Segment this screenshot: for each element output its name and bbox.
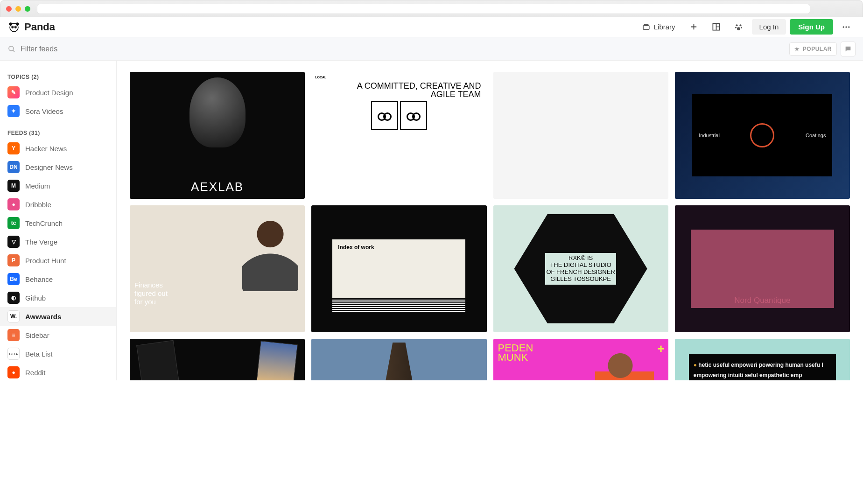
svg-point-6 xyxy=(15,26,16,27)
sidebar-item-label: Beta List xyxy=(25,350,52,358)
thumbnail-card[interactable]: PEDEN MUNK + xyxy=(493,339,668,380)
library-button[interactable]: Library xyxy=(637,23,681,31)
maximize-window-button[interactable] xyxy=(25,6,30,12)
sidebar-item-techcrunch[interactable]: tcTechCrunch xyxy=(0,214,116,232)
close-window-button[interactable] xyxy=(6,6,12,12)
filter-input[interactable] xyxy=(21,45,789,53)
svg-point-2 xyxy=(16,22,19,26)
sidebar-item-label: Hacker News xyxy=(25,145,67,153)
filter-bar: ★ POPULAR xyxy=(0,37,863,61)
topic-icon: ✦ xyxy=(7,105,20,117)
svg-point-12 xyxy=(741,27,742,28)
panda-logo-icon xyxy=(7,21,21,34)
sidebar-item-awwwards[interactable]: W.Awwwards xyxy=(0,307,116,326)
sidebar-item-product-design[interactable]: ✎Product Design xyxy=(0,83,116,102)
search-icon xyxy=(7,45,16,53)
thumbnail-card[interactable]: IndustrialCoatings xyxy=(675,72,850,199)
svg-point-4 xyxy=(14,26,17,28)
sidebar-item-beta-list[interactable]: BETABeta List xyxy=(0,344,116,363)
thumbnail-card[interactable]: NIGHT xyxy=(130,339,305,380)
sidebar-item-hacker-news[interactable]: YHacker News xyxy=(0,139,116,158)
url-bar[interactable] xyxy=(37,4,810,14)
card-label: Coatings xyxy=(806,133,826,138)
sidebar-item-label: Behance xyxy=(25,275,53,283)
thumbnail-card[interactable] xyxy=(493,72,668,199)
feed-icon: W. xyxy=(7,310,20,322)
sidebar-item-dribbble[interactable]: ●Dribbble xyxy=(0,195,116,214)
card-title: A COMMITTED, CREATIVE AND AGILE TEAM xyxy=(337,82,481,98)
sidebar-item-product-hunt[interactable]: PProduct Hunt xyxy=(0,251,116,270)
svg-rect-7 xyxy=(643,26,649,30)
content: AEXLAB LOCAL A COMMITTED, CREATIVE AND A… xyxy=(117,61,863,380)
topic-icon: ✎ xyxy=(7,86,20,98)
thumbnail-card[interactable]: hetic useful empoweri powering human use… xyxy=(675,339,850,380)
sidebar-item-label: Medium xyxy=(25,182,50,190)
paw-button[interactable] xyxy=(730,18,748,36)
feed-icon: P xyxy=(7,254,20,266)
card-text: hetic useful empoweri powering human use… xyxy=(689,354,836,380)
traffic-lights xyxy=(6,6,30,12)
sidebar-item-the-verge[interactable]: ▽The Verge xyxy=(0,232,116,251)
thumbnail-card[interactable]: LOCAL A COMMITTED, CREATIVE AND AGILE TE… xyxy=(311,72,486,199)
signup-button[interactable]: Sign Up xyxy=(790,19,833,35)
filter-input-wrap xyxy=(7,45,789,53)
sidebar-item-label: Sora Videos xyxy=(25,107,63,115)
more-button[interactable] xyxy=(837,18,856,36)
top-actions: Library Log In Sign Up xyxy=(637,18,856,36)
login-button[interactable]: Log In xyxy=(752,19,786,35)
sidebar-item-sora-videos[interactable]: ✦Sora Videos xyxy=(0,102,116,120)
chat-button[interactable] xyxy=(841,42,856,56)
thumbnail-card[interactable]: Nord Quantique xyxy=(675,205,850,332)
sidebar-item-label: Github xyxy=(25,294,46,302)
svg-point-14 xyxy=(843,26,844,28)
card-title: AEXLAB xyxy=(191,180,244,194)
thumbnail-card[interactable]: Index of work xyxy=(311,205,486,332)
feed-icon: ◐ xyxy=(7,292,20,304)
svg-point-15 xyxy=(845,26,847,28)
thumbnail-card[interactable]: Finances figured out for you xyxy=(130,205,305,332)
card-title: Finances figured out for you xyxy=(134,281,168,306)
svg-point-10 xyxy=(740,24,742,26)
card-title: RXK© IS THE DIGITAL STUDIO OF FRENCH DES… xyxy=(545,253,616,285)
card-label: Industrial xyxy=(699,133,720,138)
sidebar-item-reddit[interactable]: ●Reddit xyxy=(0,363,116,380)
feed-icon: ● xyxy=(7,366,20,378)
sidebar-item-label: Awwwards xyxy=(25,313,61,321)
sidebar-item-label: Dribbble xyxy=(25,201,51,209)
sidebar-item-label: Reddit xyxy=(25,369,45,377)
card-title: Nord Quantique xyxy=(734,296,790,305)
thumbnail-card[interactable]: A MODERN HEIRLOOM xyxy=(311,339,486,380)
popular-label: POPULAR xyxy=(803,46,832,52)
sidebar-item-label: Product Design xyxy=(25,89,73,97)
popular-button[interactable]: ★ POPULAR xyxy=(789,42,837,56)
feed-icon: Bē xyxy=(7,273,20,285)
feed-icon: M xyxy=(7,180,20,192)
thumbnail-card[interactable]: AEXLAB xyxy=(130,72,305,199)
sidebar-item-behance[interactable]: BēBehance xyxy=(0,270,116,288)
minimize-window-button[interactable] xyxy=(15,6,21,12)
sidebar-item-label: Designer News xyxy=(25,163,73,171)
feed-icon: Y xyxy=(7,142,20,154)
layout-button[interactable] xyxy=(707,18,726,36)
feed-icon: tc xyxy=(7,217,20,229)
thumbnail-grid: AEXLAB LOCAL A COMMITTED, CREATIVE AND A… xyxy=(130,72,850,380)
main: TOPICS (2) ✎Product Design✦Sora Videos F… xyxy=(0,61,863,380)
sidebar-item-designer-news[interactable]: DNDesigner News xyxy=(0,158,116,176)
sidebar-item-label: TechCrunch xyxy=(25,219,63,227)
thumbnail-card[interactable]: RXK© IS THE DIGITAL STUDIO OF FRENCH DES… xyxy=(493,205,668,332)
topics-header: TOPICS (2) xyxy=(0,71,116,83)
sidebar-item-medium[interactable]: MMedium xyxy=(0,176,116,195)
sidebar-item-label: Product Hunt xyxy=(25,257,66,265)
brand[interactable]: Panda xyxy=(7,21,55,34)
feeds-header: FEEDS (31) xyxy=(0,127,116,139)
sidebar-item-github[interactable]: ◐Github xyxy=(0,288,116,307)
sidebar-item-sidebar[interactable]: ≡Sidebar xyxy=(0,326,116,344)
library-label: Library xyxy=(654,23,675,31)
add-button[interactable] xyxy=(685,18,703,36)
sidebar: TOPICS (2) ✎Product Design✦Sora Videos F… xyxy=(0,61,117,380)
svg-point-13 xyxy=(737,27,740,30)
sidebar-item-label: The Verge xyxy=(25,238,57,246)
card-tag: LOCAL xyxy=(315,76,483,79)
feed-icon: DN xyxy=(7,161,20,173)
star-icon: ★ xyxy=(794,46,800,52)
